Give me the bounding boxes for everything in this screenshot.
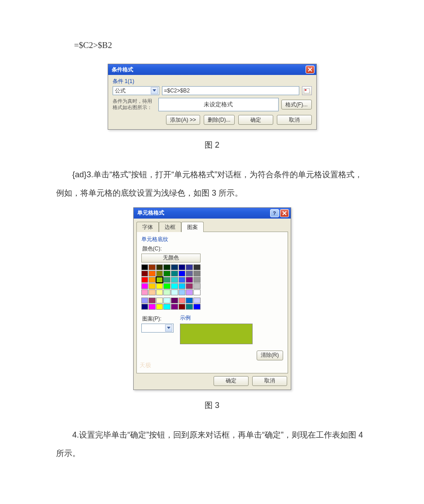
- cell-format-dialog: 单元格格式 ? 字体 边框 图案 单元格底纹 颜色(C): 无颜色: [133, 207, 291, 390]
- figure2-caption: 图 2: [56, 140, 368, 150]
- range-picker-icon[interactable]: [302, 86, 312, 95]
- ok-button[interactable]: 确定: [238, 115, 273, 125]
- color-swatch[interactable]: [156, 289, 163, 295]
- color-swatch[interactable]: [193, 264, 201, 270]
- color-swatch[interactable]: [186, 264, 193, 270]
- cancel-button[interactable]: 取消: [277, 115, 312, 125]
- color-swatch[interactable]: [193, 298, 201, 303]
- format-preview: 未设定格式: [158, 98, 279, 111]
- color-swatch[interactable]: [171, 298, 178, 303]
- condition-formula-input[interactable]: =$C2>$B2: [162, 86, 299, 95]
- tab-font[interactable]: 字体: [136, 222, 159, 232]
- color-swatch[interactable]: [149, 277, 156, 283]
- color-swatch[interactable]: [163, 289, 170, 295]
- formula-text: =$C2>$B2: [74, 40, 368, 50]
- svg-rect-1: [305, 89, 306, 91]
- color-swatch[interactable]: [193, 283, 201, 289]
- color-swatch[interactable]: [141, 298, 149, 303]
- color-swatch[interactable]: [186, 289, 193, 295]
- color-swatch[interactable]: [186, 283, 193, 289]
- color-swatch[interactable]: [163, 304, 170, 310]
- color-swatch[interactable]: [141, 271, 149, 276]
- color-label: 颜色(C):: [142, 245, 283, 253]
- color-swatch[interactable]: [193, 304, 201, 310]
- color-swatch[interactable]: [163, 264, 170, 270]
- pattern-label: 图案(P):: [142, 315, 174, 323]
- color-swatch[interactable]: [163, 283, 170, 289]
- color-swatch[interactable]: [149, 264, 156, 270]
- color-swatch[interactable]: [171, 264, 178, 270]
- color-swatch[interactable]: [156, 283, 163, 289]
- condition-type-value: 公式: [115, 87, 126, 95]
- tab-pattern[interactable]: 图案: [181, 222, 204, 232]
- color-swatch[interactable]: [171, 277, 178, 283]
- color-swatch[interactable]: [179, 298, 186, 303]
- color-swatch[interactable]: [149, 271, 156, 276]
- cancel-button[interactable]: 取消: [252, 376, 287, 386]
- color-swatch[interactable]: [186, 271, 193, 276]
- chevron-down-icon: [165, 324, 172, 332]
- color-swatch[interactable]: [171, 304, 178, 310]
- condition-group-label: 条件 1(1): [113, 78, 312, 85]
- color-swatch[interactable]: [186, 298, 193, 303]
- conditional-format-dialog: 条件格式 条件 1(1) 公式 =$C2>$B2: [108, 64, 317, 130]
- no-color-button[interactable]: 无颜色: [141, 254, 201, 263]
- color-swatch[interactable]: [141, 304, 149, 310]
- color-swatch[interactable]: [163, 271, 170, 276]
- color-swatch[interactable]: [141, 283, 149, 289]
- clear-button[interactable]: 清除(R): [257, 351, 283, 360]
- color-swatch[interactable]: [149, 298, 156, 303]
- color-swatch[interactable]: [163, 277, 170, 283]
- color-swatch[interactable]: [171, 271, 178, 276]
- color-swatch[interactable]: [156, 264, 163, 270]
- paragraph-3: {ad}3.单击“格式”按钮，打开“单元格格式”对话框，为符合条件的单元格设置格…: [56, 166, 368, 203]
- color-swatch[interactable]: [179, 271, 186, 276]
- close-icon[interactable]: [306, 66, 315, 74]
- color-swatch[interactable]: [193, 271, 201, 276]
- paragraph-4: 4.设置完毕单击“确定”按钮，回到原来对话框，再单击“确定”，则现在工作表如图 …: [56, 426, 368, 463]
- color-swatch[interactable]: [179, 264, 186, 270]
- close-icon[interactable]: [280, 209, 289, 217]
- help-icon[interactable]: ?: [270, 209, 279, 217]
- dialog1-title: 条件格式: [112, 66, 133, 74]
- color-swatch[interactable]: [163, 298, 170, 303]
- color-swatch[interactable]: [141, 277, 149, 283]
- color-swatch[interactable]: [186, 304, 193, 310]
- pattern-dropdown[interactable]: [141, 324, 174, 333]
- delete-button[interactable]: 删除(D)...: [204, 115, 235, 125]
- color-swatch[interactable]: [179, 304, 186, 310]
- color-swatch[interactable]: [179, 283, 186, 289]
- color-swatch[interactable]: [156, 304, 163, 310]
- sample-label: 示例: [180, 314, 283, 322]
- color-swatch[interactable]: [171, 289, 178, 295]
- color-swatch[interactable]: [156, 298, 163, 303]
- color-swatch[interactable]: [193, 277, 201, 283]
- color-palette-top[interactable]: [141, 264, 201, 295]
- chevron-down-icon: [151, 87, 158, 94]
- shading-group-label: 单元格底纹: [141, 236, 283, 243]
- color-swatch[interactable]: [149, 304, 156, 310]
- color-swatch[interactable]: [171, 283, 178, 289]
- watermark: 天极: [140, 361, 281, 369]
- color-palette-bottom[interactable]: [141, 298, 201, 310]
- dialog2-title: 单元格格式: [137, 209, 164, 217]
- color-swatch[interactable]: [186, 277, 193, 283]
- color-swatch[interactable]: [141, 289, 149, 295]
- svg-rect-0: [304, 88, 310, 93]
- ok-button[interactable]: 确定: [214, 376, 249, 386]
- color-swatch[interactable]: [193, 289, 201, 295]
- tab-border[interactable]: 边框: [159, 222, 181, 232]
- add-button[interactable]: 添加(A) >>: [166, 115, 200, 125]
- sample-preview: [180, 324, 253, 344]
- format-button[interactable]: 格式(F)...: [281, 100, 311, 110]
- color-swatch[interactable]: [179, 277, 186, 283]
- color-swatch[interactable]: [149, 289, 156, 295]
- condition-type-dropdown[interactable]: 公式: [113, 86, 159, 95]
- color-swatch[interactable]: [141, 264, 149, 270]
- color-swatch[interactable]: [156, 277, 163, 283]
- color-swatch[interactable]: [156, 271, 163, 276]
- color-swatch[interactable]: [149, 283, 156, 289]
- color-swatch[interactable]: [179, 289, 186, 295]
- figure3-caption: 图 3: [56, 400, 368, 411]
- condition-hint: 条件为真时，待用格式如右图所示：: [113, 98, 156, 111]
